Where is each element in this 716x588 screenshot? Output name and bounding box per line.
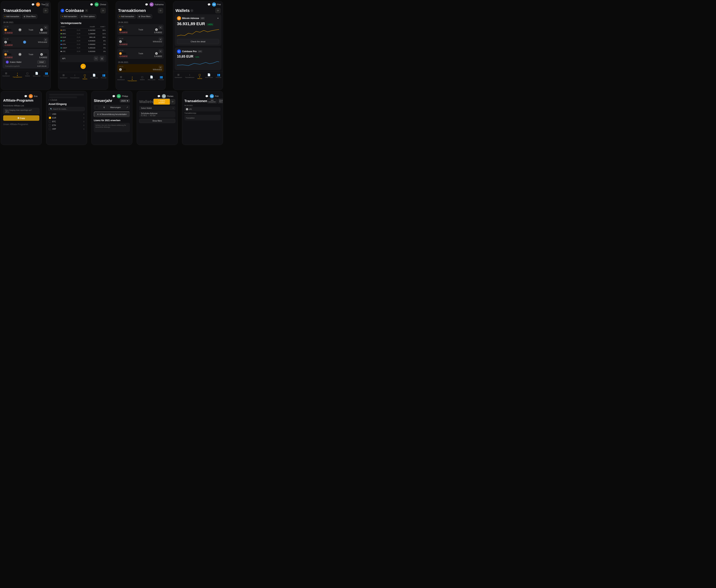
nav-tx-petr[interactable]: ↕ Transaktionen xyxy=(185,73,194,79)
dropdown-3[interactable]: ▲ xyxy=(45,3,49,6)
chat-icon-chrissi[interactable]: 💬 xyxy=(90,3,94,6)
asset-search-input[interactable]: 🔍 Search for Assets... xyxy=(48,107,85,111)
cb-btc-label: BTC xyxy=(52,121,56,123)
refresh-icon-katharina[interactable]: ⟳ xyxy=(158,8,163,13)
add-transaction-btn-thomas[interactable]: + Add transaction xyxy=(3,14,21,19)
chat-icon-petr2[interactable]: 💬 xyxy=(205,94,209,98)
nav-dashboard-chrissi[interactable]: ⊞ Dashboard xyxy=(60,74,67,80)
refresh-icon-chrissi[interactable]: ⟳ xyxy=(101,8,106,13)
nav-dashboard-k[interactable]: ⊞ Dashboard xyxy=(117,76,125,82)
wallets-erstellen-btn[interactable]: + Wallets erstellen xyxy=(153,99,170,105)
nav-freunde-k[interactable]: 👥 Freunde xyxy=(158,76,164,82)
select-wallet-row[interactable]: Select Wallet › xyxy=(139,106,175,110)
cpro-balance-row: 10,65 EUR +16% xyxy=(177,55,219,59)
refresh-wallets-florian[interactable]: ⟳ xyxy=(170,99,175,104)
avatar-florian: FO xyxy=(162,94,166,98)
nav-wallets-thomas[interactable]: ◻ Wallets xyxy=(25,72,30,78)
tx-to-ltc3: Ł LTC xyxy=(40,53,47,56)
btc-icon-k: ₿ xyxy=(119,28,122,31)
nav-abschlusse-petr[interactable]: 📄 Abschlüsse xyxy=(205,73,213,79)
add-transaction-btn-katharina[interactable]: + Add transaction xyxy=(118,14,136,19)
other-options-btn-chrissi[interactable]: ⊞ Other options xyxy=(79,14,96,19)
year-selector[interactable]: 2020 ▼ xyxy=(120,99,130,103)
ltc-p2-label: LTC xyxy=(189,108,192,110)
asset-ltc-name: LTC xyxy=(62,50,77,52)
asset-bhc-name: BHC xyxy=(62,33,77,35)
cb-xrp[interactable] xyxy=(49,128,51,130)
warnings-row[interactable]: ⚠ 6 Warnungen ↗ xyxy=(94,105,130,110)
nav-dashboard-c: Dashboard xyxy=(60,77,67,79)
tx-from-btc-k: ₿ BTC xyxy=(119,28,126,31)
check-detail-btn[interactable]: Check the detail xyxy=(177,39,219,44)
nav-freunde-petr[interactable]: 👥 Freunde xyxy=(216,73,221,79)
avatar-katharina: KL xyxy=(149,2,154,6)
dropdown-k1[interactable]: ▼ xyxy=(159,26,162,29)
nav-freunde-thomas[interactable]: 👥 Freunde xyxy=(43,72,49,78)
chat-icon-philipp[interactable]: 💬 xyxy=(112,94,116,98)
show-filters-btn-katharina[interactable]: ⊞ Show filters xyxy=(137,14,152,19)
affiliate-link-input[interactable]: https://staging.chain.report/sign-up/?af… xyxy=(3,108,39,114)
steuer-dl-btn[interactable]: ⬇ ⬇ Steuererklärung herunterladen xyxy=(94,111,130,117)
cb-btc[interactable] xyxy=(49,120,51,123)
refresh-icon-petr[interactable]: ⟳ xyxy=(216,8,221,13)
show-filters-petr2-btn[interactable]: Show filters xyxy=(218,99,223,103)
info-xrp: ℹ xyxy=(84,128,84,130)
tx-pos-k1: 0,416032 xyxy=(154,31,162,34)
nav-wallets-chrissi[interactable]: ◻ Wallets xyxy=(82,74,87,80)
asset-table-header: Asset ↑ Anzahl Anteil ↑ xyxy=(60,26,106,28)
copy-btn[interactable]: ⊞ Copy xyxy=(3,115,39,121)
tx-content-katharina: 28.06.2021 21:35 ▼ ₿ BTC Trade Ł LTC xyxy=(116,20,165,72)
dropdown-k4[interactable]: ⊞ xyxy=(159,66,162,69)
tx-date-petr2: 04.09.2021 xyxy=(184,105,221,106)
dropdown-k3[interactable]: ▼ xyxy=(159,49,162,53)
bottom-nav-petr: ⊞ Dashboard ↕ Transaktionen ◻ Wallets 📄 … xyxy=(173,71,223,81)
dropdown-2[interactable]: ▼ xyxy=(44,38,47,42)
nav-abschlusse-pl: Abschlüsse xyxy=(205,77,213,78)
nav-abschlusse-k[interactable]: 📄 Abschlüsse xyxy=(148,76,155,82)
nav-tx-chrissi[interactable]: ↕ Transaktionen xyxy=(70,74,79,80)
add-transaction-btn-chrissi[interactable]: + Add transaction xyxy=(60,14,78,19)
nav-abschlusse-chrissi[interactable]: 📄 Abschlüsse xyxy=(90,74,98,80)
nav-dashboard-thomas[interactable]: ⊞ Dashboard xyxy=(2,72,10,78)
cb-eth[interactable] xyxy=(49,124,51,126)
nav-freunde-chrissi[interactable]: 👥 Freunde xyxy=(101,74,106,80)
chat-icon-katharina[interactable]: 💬 xyxy=(145,3,148,6)
detail-btn[interactable]: Detail xyxy=(37,60,46,64)
avatar-eva: EV xyxy=(29,94,33,98)
dropdown-k2[interactable]: ▼ xyxy=(159,38,162,41)
btc-k3-icon: ₿ xyxy=(119,52,122,55)
cb-eur[interactable]: ✓ xyxy=(49,117,51,119)
bottom-nav-katharina: ⊞ Dashboard ↕ Transaktionen ◻ Wallets 📄 … xyxy=(116,74,165,83)
api-refresh-btn[interactable]: ↻ xyxy=(94,56,98,61)
chat-icon-florian[interactable]: 💬 xyxy=(157,94,161,98)
api-delete-btn[interactable]: 🗑 xyxy=(100,56,104,61)
refresh-icon-thomas[interactable]: ⟳ xyxy=(43,8,48,13)
fee-row: Transaktionsgebühr EUR 202,60 xyxy=(4,64,47,67)
add-tx-petr2-btn[interactable]: Add transaction xyxy=(207,99,217,103)
page-title-thomas: Transaktionen xyxy=(3,8,31,13)
card-header-katharina: 💬 KL Katharina xyxy=(116,1,165,7)
tx-time-3: 21:35 xyxy=(4,50,47,52)
cb-xrp-label: XRP xyxy=(52,128,56,130)
nav-dashboard-petr[interactable]: ⊞ Dashboard xyxy=(175,73,182,79)
show-filters-btn-thomas[interactable]: ⊞ Show filters xyxy=(22,14,37,19)
wallets-content: ₿ Bitcoin Adresse API ✦ 36.931,89 EUR +4… xyxy=(173,14,223,70)
back-btn[interactable]: ‹ < Zurück xyxy=(48,99,85,101)
chat-icon-petr[interactable]: 💬 xyxy=(207,3,211,6)
nav-wallets-k[interactable]: ◻ Wallets xyxy=(140,76,145,82)
asset-section-title: Vermögenswerte xyxy=(60,20,106,26)
tx-row-k4: Ł LTC Withdrawal xyxy=(119,68,162,71)
chat-icon[interactable]: 💬 xyxy=(31,3,35,6)
edit-icon-chrissi[interactable]: ✎ xyxy=(85,9,88,12)
show-filters-florian-btn[interactable]: Show filters xyxy=(139,119,175,123)
nav-wallets-petr[interactable]: ◻ Wallets xyxy=(197,73,202,79)
dropdown-1[interactable]: ▼ xyxy=(44,26,47,29)
cb-usd[interactable] xyxy=(49,113,51,115)
cb-eth-left: ETH xyxy=(49,124,56,126)
nav-tx-k[interactable]: ↕ Transaktionen xyxy=(127,76,137,82)
tx-icon: ↕ xyxy=(16,72,19,75)
nav-abschlusse-thomas[interactable]: 📄 Abschlüsse xyxy=(33,72,40,78)
tx-time-2: 22:36 xyxy=(4,38,47,40)
nav-tx-thomas[interactable]: ↕ Transaktionen xyxy=(13,72,22,78)
chat-icon-eva[interactable]: 💬 xyxy=(24,94,27,98)
